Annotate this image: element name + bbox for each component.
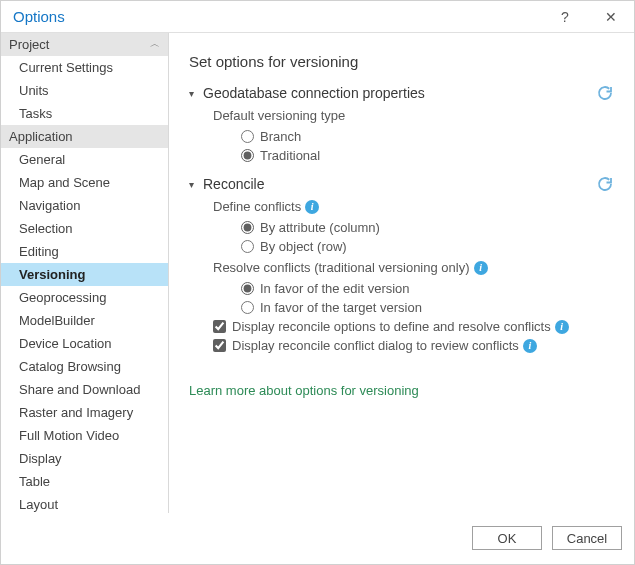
titlebar: Options ? ✕ <box>1 1 634 33</box>
sidebar-item-tasks[interactable]: Tasks <box>1 102 168 125</box>
sidebar-item-display[interactable]: Display <box>1 447 168 470</box>
radio-by-attribute-input[interactable] <box>241 221 254 234</box>
sidebar-item-catalog-browsing[interactable]: Catalog Browsing <box>1 355 168 378</box>
radio-favor-edit-label: In favor of the edit version <box>260 281 410 296</box>
check-display-options[interactable]: Display reconcile options to define and … <box>213 317 614 336</box>
sidebar-item-selection[interactable]: Selection <box>1 217 168 240</box>
sidebar-item-device-location[interactable]: Device Location <box>1 332 168 355</box>
section-label: Reconcile <box>203 176 596 192</box>
section-geodatabase: ▾ Geodatabase connection properties Defa… <box>189 84 614 165</box>
sidebar[interactable]: Project ︿ Current Settings Units Tasks A… <box>1 33 169 513</box>
sidebar-item-layout[interactable]: Layout <box>1 493 168 513</box>
sidebar-group-label: Project <box>9 37 49 52</box>
sidebar-item-navigation[interactable]: Navigation <box>1 194 168 217</box>
resolve-conflicts-label: Resolve conflicts (traditional versionin… <box>213 260 614 275</box>
help-button[interactable]: ? <box>542 1 588 33</box>
chevron-down-icon: ▾ <box>189 88 203 99</box>
chevron-down-icon: ▾ <box>189 179 203 190</box>
info-icon[interactable]: i <box>523 339 537 353</box>
sidebar-item-map-and-scene[interactable]: Map and Scene <box>1 171 168 194</box>
radio-by-attribute-label: By attribute (column) <box>260 220 380 235</box>
sidebar-item-full-motion-video[interactable]: Full Motion Video <box>1 424 168 447</box>
radio-by-object-input[interactable] <box>241 240 254 253</box>
learn-more-link[interactable]: Learn more about options for versioning <box>189 383 419 398</box>
radio-favor-edit-input[interactable] <box>241 282 254 295</box>
sidebar-item-versioning[interactable]: Versioning <box>1 263 168 286</box>
radio-favor-edit[interactable]: In favor of the edit version <box>213 279 614 298</box>
sidebar-item-current-settings[interactable]: Current Settings <box>1 56 168 79</box>
check-display-options-label: Display reconcile options to define and … <box>232 319 551 334</box>
radio-branch-label: Branch <box>260 129 301 144</box>
main-panel: Set options for versioning ▾ Geodatabase… <box>169 33 634 513</box>
section-reconcile: ▾ Reconcile Define conflicts i By attrib… <box>189 175 614 355</box>
sidebar-item-editing[interactable]: Editing <box>1 240 168 263</box>
reset-icon[interactable] <box>596 175 614 193</box>
check-display-dialog[interactable]: Display reconcile conflict dialog to rev… <box>213 336 614 355</box>
sidebar-item-general[interactable]: General <box>1 148 168 171</box>
sidebar-item-modelbuilder[interactable]: ModelBuilder <box>1 309 168 332</box>
content-area: Project ︿ Current Settings Units Tasks A… <box>1 33 634 513</box>
radio-by-object-label: By object (row) <box>260 239 347 254</box>
sidebar-item-share-and-download[interactable]: Share and Download <box>1 378 168 401</box>
section-head-geodatabase[interactable]: ▾ Geodatabase connection properties <box>189 84 614 102</box>
radio-traditional[interactable]: Traditional <box>213 146 614 165</box>
cancel-button[interactable]: Cancel <box>552 526 622 550</box>
sidebar-group-label: Application <box>9 129 73 144</box>
ok-button[interactable]: OK <box>472 526 542 550</box>
radio-by-attribute[interactable]: By attribute (column) <box>213 218 614 237</box>
info-icon[interactable]: i <box>474 261 488 275</box>
info-icon[interactable]: i <box>555 320 569 334</box>
sidebar-group-project[interactable]: Project ︿ <box>1 33 168 56</box>
dialog-footer: OK Cancel <box>1 513 634 563</box>
check-display-dialog-input[interactable] <box>213 339 226 352</box>
section-head-reconcile[interactable]: ▾ Reconcile <box>189 175 614 193</box>
radio-by-object[interactable]: By object (row) <box>213 237 614 256</box>
sidebar-item-table[interactable]: Table <box>1 470 168 493</box>
radio-branch[interactable]: Branch <box>213 127 614 146</box>
sidebar-item-geoprocessing[interactable]: Geoprocessing <box>1 286 168 309</box>
radio-favor-target-label: In favor of the target version <box>260 300 422 315</box>
radio-favor-target-input[interactable] <box>241 301 254 314</box>
close-button[interactable]: ✕ <box>588 1 634 33</box>
sidebar-item-raster-and-imagery[interactable]: Raster and Imagery <box>1 401 168 424</box>
info-icon[interactable]: i <box>305 200 319 214</box>
default-versioning-label: Default versioning type <box>213 108 614 123</box>
section-label: Geodatabase connection properties <box>203 85 596 101</box>
check-display-options-input[interactable] <box>213 320 226 333</box>
window-title: Options <box>13 8 542 25</box>
radio-traditional-label: Traditional <box>260 148 320 163</box>
sidebar-item-units[interactable]: Units <box>1 79 168 102</box>
radio-favor-target[interactable]: In favor of the target version <box>213 298 614 317</box>
radio-traditional-input[interactable] <box>241 149 254 162</box>
define-conflicts-label: Define conflicts i <box>213 199 614 214</box>
radio-branch-input[interactable] <box>241 130 254 143</box>
sidebar-group-application[interactable]: Application <box>1 125 168 148</box>
reset-icon[interactable] <box>596 84 614 102</box>
page-title: Set options for versioning <box>189 53 614 70</box>
chevron-up-icon: ︿ <box>150 37 160 51</box>
check-display-dialog-label: Display reconcile conflict dialog to rev… <box>232 338 519 353</box>
